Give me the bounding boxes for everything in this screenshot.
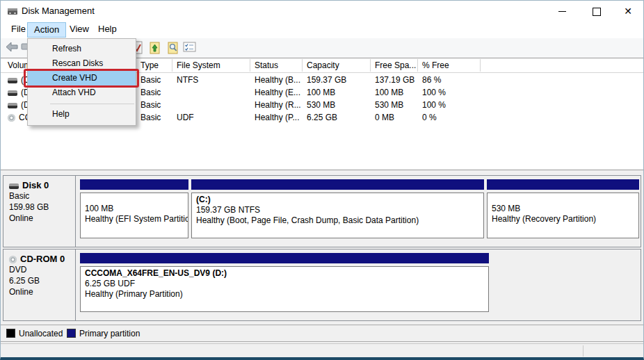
partition-c[interactable]: (C:) 159.37 GB NTFS Healthy (Boot, Page … xyxy=(191,179,484,243)
partition-status: Healthy (EFI System Partition) xyxy=(85,214,184,224)
volume-fs: UDF xyxy=(172,111,250,124)
search-properties-icon[interactable] xyxy=(167,41,181,55)
partition-recovery[interactable]: 530 MB Healthy (Recovery Partition) xyxy=(487,179,639,243)
disk-status: Online xyxy=(9,286,75,297)
window-title: Disk Management xyxy=(22,6,95,16)
disk-0-graphic: 100 MB Healthy (EFI System Partition) (C… xyxy=(77,176,641,247)
volume-capacity: 159.37 GB xyxy=(303,74,371,86)
partition-size: 6.25 GB UDF xyxy=(85,279,484,289)
maximize-icon xyxy=(593,8,601,16)
back-arrow-icon[interactable] xyxy=(5,41,19,55)
partition-efi[interactable]: 100 MB Healthy (EFI System Partition) xyxy=(80,179,188,243)
disk-kind: Basic xyxy=(9,190,75,202)
volume-capacity: 530 MB xyxy=(303,99,371,111)
disk-icon xyxy=(9,183,19,189)
volume-type: Basic xyxy=(136,74,172,86)
col-header-empty xyxy=(481,59,643,72)
volume-capacity: 100 MB xyxy=(303,86,371,99)
partition-color-bar xyxy=(80,179,188,190)
disk-drive-app-icon xyxy=(7,7,18,18)
menu-bar: File Action View Help xyxy=(1,22,643,38)
volume-type: Basic xyxy=(136,86,172,99)
volume-type: Basic xyxy=(136,99,172,111)
checklist-icon[interactable] xyxy=(183,41,197,55)
disk-icon xyxy=(8,90,17,96)
menu-separator xyxy=(50,104,134,104)
volume-pct-free: 86 % xyxy=(418,74,481,86)
volume-capacity: 6.25 GB xyxy=(303,111,371,124)
partition-dvd[interactable]: CCCOMA_X64FRE_EN-US_DV9 (D:) 6.25 GB UDF… xyxy=(80,253,489,317)
menu-item-create-vhd[interactable]: Create VHD xyxy=(28,71,136,85)
disk-0-label[interactable]: Disk 0 Basic 159.98 GB Online xyxy=(3,176,76,247)
legend-label: Primary partition xyxy=(79,329,140,338)
volume-pct-free: 100 % xyxy=(418,86,481,99)
unallocated-swatch xyxy=(6,329,15,338)
legend-bar: Unallocated Primary partition xyxy=(1,325,643,342)
volume-free: 530 MB xyxy=(371,99,418,111)
menu-item-help[interactable]: Help xyxy=(28,107,136,122)
volume-status: Healthy (B... xyxy=(250,74,303,86)
cdrom-0-panel: CD-ROM 0 DVD 6.25 GB Online CCCOMA_X64FR… xyxy=(3,249,641,321)
col-header-status[interactable]: Status xyxy=(250,59,303,72)
cdrom-0-graphic: CCCOMA_X64FRE_EN-US_DV9 (D:) 6.25 GB UDF… xyxy=(77,249,641,320)
partition-size: 100 MB xyxy=(85,204,184,214)
menu-item-refresh[interactable]: Refresh xyxy=(28,42,136,56)
partition-size: 159.37 GB NTFS xyxy=(196,205,479,215)
minimize-button[interactable] xyxy=(550,1,574,22)
export-up-icon[interactable] xyxy=(149,41,163,55)
menu-item-attach-vhd[interactable]: Attach VHD xyxy=(28,85,136,100)
partition-color-bar xyxy=(80,253,489,263)
primary-partition-swatch xyxy=(67,329,76,338)
partition-color-bar xyxy=(191,179,484,190)
col-header-file-system[interactable]: File System xyxy=(172,59,250,72)
volume-free: 137.19 GB xyxy=(371,74,418,86)
volume-fs: NTFS xyxy=(172,74,250,86)
volume-status: Healthy (R... xyxy=(250,99,303,111)
disk-0-panel: Disk 0 Basic 159.98 GB Online 100 MB Hea… xyxy=(3,175,641,247)
disk-kind: DVD xyxy=(9,264,75,275)
cdrom-0-label[interactable]: CD-ROM 0 DVD 6.25 GB Online xyxy=(3,249,76,320)
minimize-icon xyxy=(558,11,566,12)
close-button[interactable]: ✕ xyxy=(616,1,640,22)
partition-title: CCCOMA_X64FRE_EN-US_DV9 (D:) xyxy=(85,268,484,279)
disk-name: CD-ROM 0 xyxy=(20,254,65,264)
volume-type: Basic xyxy=(136,111,172,124)
disk-size: 159.98 GB xyxy=(9,202,75,213)
volume-pct-free: 0 % xyxy=(418,111,481,124)
action-menu-dropdown: Refresh Rescan Disks Create VHD Attach V… xyxy=(27,38,136,126)
volume-fs xyxy=(172,99,250,111)
partition-status: Healthy (Primary Partition) xyxy=(85,289,484,300)
volume-free: 0 MB xyxy=(371,111,418,124)
volume-status: Healthy (E... xyxy=(250,86,303,99)
cd-icon xyxy=(8,114,15,122)
partition-color-bar xyxy=(487,179,639,190)
menu-action[interactable]: Action xyxy=(27,22,66,38)
partition-status: Healthy (Recovery Partition) xyxy=(492,214,634,224)
maximize-button[interactable] xyxy=(585,1,609,22)
status-bar-divider xyxy=(583,345,583,357)
disk-name: Disk 0 xyxy=(22,180,49,190)
col-header-type[interactable]: Type xyxy=(136,59,172,72)
col-header-pct-free[interactable]: % Free xyxy=(418,59,481,72)
col-header-free-space[interactable]: Free Spa... xyxy=(371,59,418,72)
partition-size: 530 MB xyxy=(492,204,634,214)
menu-item-rescan-disks[interactable]: Rescan Disks xyxy=(28,56,136,71)
menu-view[interactable]: View xyxy=(63,22,95,36)
graphical-view: Disk 0 Basic 159.98 GB Online 100 MB Hea… xyxy=(1,170,643,357)
cd-icon xyxy=(9,256,17,263)
col-header-capacity[interactable]: Capacity xyxy=(303,59,371,72)
volume-fs xyxy=(172,86,250,99)
status-bar xyxy=(1,343,643,358)
partition-title: (C:) xyxy=(196,195,479,205)
menu-help[interactable]: Help xyxy=(92,22,123,36)
partition-status: Healthy (Boot, Page File, Crash Dump, Ba… xyxy=(196,215,479,226)
volume-status: Healthy (P... xyxy=(250,111,303,124)
disk-management-window: Disk Management ✕ File Action View Help xyxy=(0,0,644,360)
disk-icon xyxy=(8,78,17,83)
volume-pct-free: 100 % xyxy=(418,99,481,111)
title-bar: Disk Management ✕ xyxy=(1,1,643,22)
disk-icon xyxy=(8,103,17,108)
volume-free: 100 MB xyxy=(371,86,418,99)
legend-label: Unallocated xyxy=(19,329,63,338)
disk-size: 6.25 GB xyxy=(9,275,75,286)
